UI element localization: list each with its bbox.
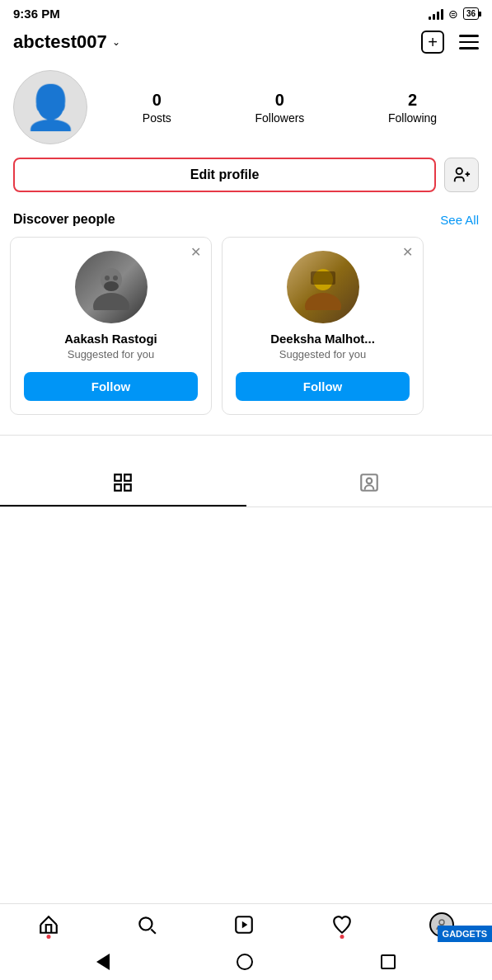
- following-count: 2: [408, 91, 417, 110]
- svg-rect-12: [124, 474, 131, 481]
- watermark: GADGETS: [438, 926, 492, 942]
- person-avatar-1: [75, 251, 148, 323]
- svg-marker-20: [242, 921, 248, 929]
- android-recents-button[interactable]: [381, 954, 396, 969]
- follow-button-1[interactable]: Follow: [24, 372, 198, 401]
- svg-point-16: [367, 478, 373, 484]
- status-icons: ⊜ 36: [429, 7, 479, 21]
- username-row: abctest007 ⌄: [13, 31, 120, 53]
- svg-point-4: [93, 293, 129, 310]
- home-nav-button[interactable]: [38, 914, 59, 935]
- svg-point-17: [139, 917, 152, 930]
- svg-rect-11: [115, 474, 122, 481]
- close-card-1-button[interactable]: ✕: [190, 246, 201, 259]
- hamburger-menu-button[interactable]: [459, 35, 479, 49]
- status-time: 9:36 PM: [13, 7, 60, 21]
- reels-nav-button[interactable]: [233, 914, 255, 935]
- divider: [0, 435, 492, 436]
- person-name-1: Aakash Rastogi: [64, 332, 157, 346]
- followers-label: Followers: [255, 111, 304, 125]
- followers-count: 0: [275, 91, 284, 110]
- following-label: Following: [388, 111, 437, 125]
- discover-title: Discover people: [13, 212, 115, 227]
- home-circle-icon: [237, 954, 253, 970]
- recents-icon: [381, 954, 396, 969]
- add-friend-button[interactable]: [444, 158, 479, 192]
- followers-stat[interactable]: 0 Followers: [255, 91, 304, 125]
- status-bar: 9:36 PM ⊜ 36: [0, 0, 492, 24]
- svg-rect-14: [124, 484, 131, 491]
- person-avatar-color-icon: [287, 251, 359, 323]
- close-card-2-button[interactable]: ✕: [402, 246, 413, 259]
- person-name-2: Deeksha Malhot...: [270, 332, 375, 346]
- home-icon: [38, 914, 59, 935]
- tab-tagged[interactable]: [246, 460, 493, 506]
- see-all-button[interactable]: See All: [440, 213, 479, 227]
- search-icon: [136, 914, 157, 935]
- back-icon: [96, 954, 110, 970]
- avatar: 👤: [13, 70, 87, 144]
- add-friend-icon: [452, 166, 471, 184]
- svg-point-9: [305, 293, 341, 310]
- bottom-nav: [0, 903, 492, 944]
- person-card-2: ✕ Deeksha Malhot... Suggested for you Fo…: [222, 237, 424, 415]
- nav-icons: +: [421, 31, 479, 54]
- person-card-1: ✕ Aakash Rastogi Suggested for you Follo…: [10, 237, 212, 415]
- svg-point-6: [113, 276, 118, 280]
- grid-icon: [112, 472, 134, 493]
- svg-rect-13: [115, 484, 122, 491]
- battery-icon: 36: [463, 7, 479, 20]
- stats-row: 0 Posts 0 Followers 2 Following: [101, 91, 479, 125]
- hamburger-icon: [459, 35, 479, 49]
- heart-dot: [340, 935, 344, 939]
- edit-profile-button[interactable]: Edit profile: [13, 158, 436, 192]
- reels-icon: [233, 914, 255, 935]
- plus-square-icon: +: [421, 31, 444, 54]
- tagged-icon: [358, 472, 380, 493]
- svg-point-21: [439, 920, 444, 925]
- photo-tabs: [0, 460, 492, 507]
- edit-row: Edit profile: [0, 158, 492, 205]
- avatar-icon: 👤: [24, 82, 77, 133]
- top-nav: abctest007 ⌄ +: [0, 24, 492, 62]
- android-home-button[interactable]: [237, 954, 253, 970]
- svg-rect-10: [311, 271, 335, 285]
- person-sub-2: Suggested for you: [279, 348, 367, 360]
- home-dot: [47, 935, 51, 939]
- heart-nav-button[interactable]: [331, 914, 353, 935]
- android-bar: [0, 944, 492, 980]
- posts-label: Posts: [143, 111, 171, 125]
- svg-point-0: [457, 168, 462, 174]
- signal-icon: [429, 8, 443, 20]
- android-back-button[interactable]: [96, 954, 110, 970]
- posts-stat[interactable]: 0 Posts: [143, 91, 171, 125]
- wifi-icon: ⊜: [448, 7, 458, 21]
- add-post-button[interactable]: +: [421, 31, 444, 54]
- person-avatar-bw-icon: [75, 251, 148, 323]
- discover-header: Discover people See All: [0, 205, 492, 237]
- heart-icon: [331, 914, 353, 935]
- follow-button-2[interactable]: Follow: [236, 372, 410, 401]
- search-nav-button[interactable]: [136, 914, 157, 935]
- svg-point-5: [105, 276, 110, 280]
- chevron-down-icon[interactable]: ⌄: [112, 36, 120, 48]
- tab-grid[interactable]: [0, 460, 246, 506]
- svg-line-18: [151, 929, 155, 933]
- profile-section: 👤 0 Posts 0 Followers 2 Following: [0, 62, 492, 158]
- svg-point-7: [104, 281, 119, 291]
- person-sub-1: Suggested for you: [68, 348, 155, 360]
- person-avatar-2: [287, 251, 359, 323]
- username-label: abctest007: [13, 31, 107, 53]
- people-scroll: ✕ Aakash Rastogi Suggested for you Follo…: [0, 237, 492, 428]
- following-stat[interactable]: 2 Following: [388, 91, 437, 125]
- posts-count: 0: [152, 91, 162, 110]
